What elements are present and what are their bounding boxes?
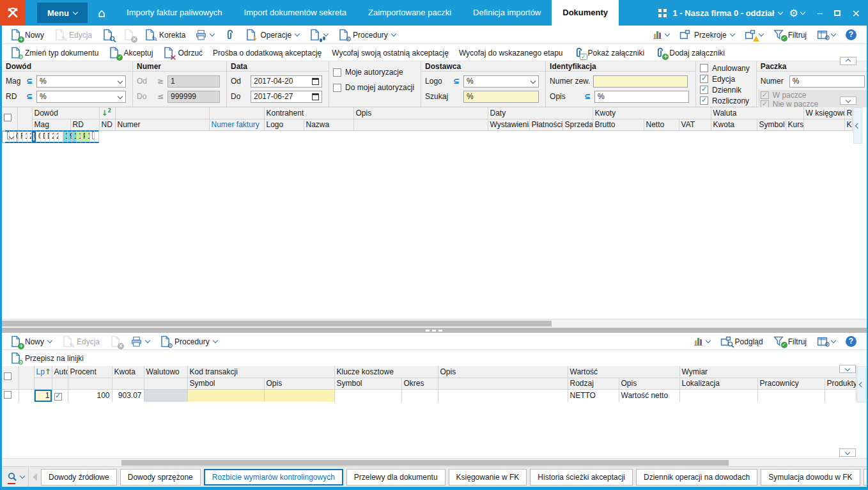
col-lp[interactable]: Lp↑ — [34, 366, 52, 378]
rozliczony-checkbox[interactable]: ✓ — [700, 96, 708, 105]
col-okres[interactable]: Okres — [401, 378, 438, 389]
grid-scroll-left-strip[interactable] — [857, 366, 866, 402]
cell-walutowo[interactable] — [144, 389, 187, 402]
cell-vat[interactable]: 178.33 — [72, 130, 77, 143]
group-klucze-kosztowe[interactable]: Klucze kosztowe — [334, 366, 438, 378]
moje-autoryzacje-checkbox[interactable]: ✓ — [333, 68, 341, 77]
maximize-button[interactable] — [834, 10, 841, 16]
cell-logo[interactable]: 01-D-033-C — [36, 130, 41, 143]
col-wystawienia[interactable]: Wystawienia — [488, 119, 529, 130]
group-wymiar[interactable]: Wymiar — [679, 366, 856, 378]
cell-symbol[interactable]: PLN — [81, 130, 86, 143]
paczka-numer-input[interactable] — [789, 75, 865, 88]
main-grid-hscrollbar[interactable] — [0, 319, 868, 328]
col-nazwa[interactable]: Nazwa — [304, 119, 353, 130]
analizy-button[interactable] — [648, 31, 674, 39]
col-pracownicy[interactable]: Pracownicy — [757, 378, 825, 389]
pomoc-button[interactable]: ? — [841, 29, 862, 40]
lower-grid-hscrollbar[interactable] — [0, 458, 868, 466]
select-all-checkbox[interactable]: ✓ — [4, 372, 12, 380]
lower-nowy-button[interactable]: +Nowy — [5, 333, 57, 349]
cell-numer[interactable]: 2017/F_KOSZ/010/000001 — [27, 130, 32, 143]
select-all-header[interactable]: ✓ — [2, 366, 19, 389]
cell-numer-faktury[interactable]: 000000102 — [32, 130, 36, 143]
lower-usun-button[interactable]: × — [105, 333, 126, 349]
col-kwota[interactable]: Kwota — [711, 119, 757, 130]
col-brutto[interactable]: Brutto — [593, 119, 644, 130]
cell-w-ksiegowosci[interactable]: ✓ — [90, 130, 95, 143]
bottom-tab-ksiegowanie-fk[interactable]: Księgowanie w FK — [449, 469, 527, 486]
hscroll-thumb[interactable] — [121, 460, 729, 466]
col-kurs[interactable]: Kurs — [786, 119, 803, 130]
cell-lp[interactable]: 1 — [34, 389, 52, 402]
group-daty[interactable]: Daty — [488, 107, 593, 119]
col-walutowo[interactable]: Walutowo — [144, 366, 187, 378]
procedury-button[interactable]: ⚙Procedury — [333, 26, 401, 43]
logo-select[interactable]: % — [463, 75, 539, 88]
cell-kwota[interactable]: 903.07 — [112, 389, 144, 402]
operacje-button[interactable]: Operacje — [240, 26, 304, 43]
hscroll-thumb[interactable] — [2, 321, 552, 326]
col-produkty[interactable]: Produkty — [825, 378, 856, 389]
data-od-input[interactable]: 2017-04-20 — [251, 75, 322, 88]
col-k[interactable]: K — [844, 119, 852, 130]
col-lokalizacja[interactable]: Lokalizacja — [679, 378, 757, 389]
grid-scroll-left-strip[interactable] — [853, 107, 862, 144]
col-vat[interactable]: VAT — [679, 119, 711, 130]
cell-produkty[interactable] — [825, 389, 856, 402]
lower-collapse-down-button2[interactable] — [839, 448, 856, 457]
bottom-tab-przelewy[interactable]: Przelewy dla dokumentu — [346, 469, 446, 486]
lower-analizy-button[interactable] — [689, 337, 715, 346]
col-numer-faktury[interactable]: Numer faktury — [209, 119, 264, 130]
cell-wystawienia[interactable]: 2017-04-30 — [50, 130, 54, 143]
numer-do-input[interactable] — [167, 91, 220, 103]
close-button[interactable]: × — [852, 7, 860, 19]
do-mojej-autoryzacji-checkbox[interactable]: ✓ — [333, 84, 341, 92]
group-w-ksiegowosci[interactable]: W księgowo — [803, 107, 844, 119]
home-button[interactable]: ⌂ — [88, 6, 116, 20]
table-row[interactable]: ✓ 1 ✓ 100 903.07 NETTO Wartość netto — [2, 389, 856, 402]
row-checkbox[interactable]: ✓ — [4, 391, 12, 399]
cell-wartosc-opis[interactable]: Wartość netto — [619, 389, 679, 402]
row-select-cell[interactable]: ✓ — [2, 389, 19, 402]
edycja-button[interactable]: ✎Edycja — [49, 26, 97, 43]
col-symbol[interactable]: Symbol — [757, 119, 786, 130]
col-kwota[interactable]: Kwota — [112, 366, 144, 378]
bottom-tab-dowody-sprzezone[interactable]: Dowody sprzężone — [120, 469, 201, 486]
quick-search-button[interactable] — [4, 467, 29, 487]
tabs-scroll-left-arrow[interactable] — [33, 473, 37, 481]
cell-rd[interactable]: F_KOSZ — [19, 130, 23, 143]
tab-definicja-importow[interactable]: Definicja importów — [462, 0, 552, 26]
apps-grid-icon[interactable] — [658, 9, 667, 17]
row-select-cell[interactable]: ✓ — [5, 130, 10, 143]
group-opis[interactable]: Opis — [353, 107, 488, 119]
group-dowod[interactable]: Dowód — [32, 107, 99, 119]
usun-button[interactable]: × — [118, 26, 139, 43]
prosba-o-akceptacje-button[interactable]: Prośba o dodatkową akceptację — [208, 44, 327, 61]
group-kwoty[interactable]: Kwoty — [593, 107, 711, 119]
col-auto[interactable]: Auto — [52, 366, 68, 378]
sort-desc-indicator[interactable]: ↓2 — [99, 107, 115, 119]
cell-kwota[interactable]: 1 081.40 — [77, 130, 81, 143]
col-numer[interactable]: Numer — [115, 119, 209, 130]
col-nd[interactable]: ND — [99, 119, 115, 130]
bottom-tab-historia-sciezki[interactable]: Historia ścieżki akceptacji — [530, 469, 633, 486]
cell-netto[interactable]: 903.07 — [68, 130, 72, 143]
table-row[interactable]: ✓ 010 F_KOSZ 1 2017/F_KOSZ/010/000001 00… — [2, 131, 17, 143]
lower-filtruj-button[interactable]: ✓Filtruj — [768, 336, 812, 346]
menu-button[interactable]: Menu — [37, 3, 88, 23]
lower-procedury-button[interactable]: ⚙Procedury — [155, 333, 222, 349]
app-logo-icon[interactable] — [0, 0, 26, 26]
dodaj-zalaczniki-button[interactable]: +Dodaj załączniki — [649, 44, 730, 61]
tab-importy-faktur[interactable]: Importy faktur paliwowych — [116, 0, 233, 26]
cell-platnosci[interactable]: 2017-05-30 — [54, 130, 59, 143]
col-kod-symbol[interactable]: Symbol — [187, 378, 264, 389]
cell-okres[interactable] — [401, 389, 438, 402]
tab-dokumenty[interactable]: Dokumenty — [552, 0, 619, 26]
bottom-tab-dziennik-operacji[interactable]: Dziennik operacji na dowodach — [636, 469, 757, 486]
cell-kurs[interactable]: 1 — [86, 130, 90, 143]
col-mag[interactable]: Mag — [32, 119, 70, 130]
data-do-input[interactable]: 2017-06-27 — [251, 91, 322, 103]
lower-widok-tabeli-button[interactable]: ⚙ — [812, 336, 841, 346]
numer-zew-input[interactable] — [593, 75, 688, 88]
